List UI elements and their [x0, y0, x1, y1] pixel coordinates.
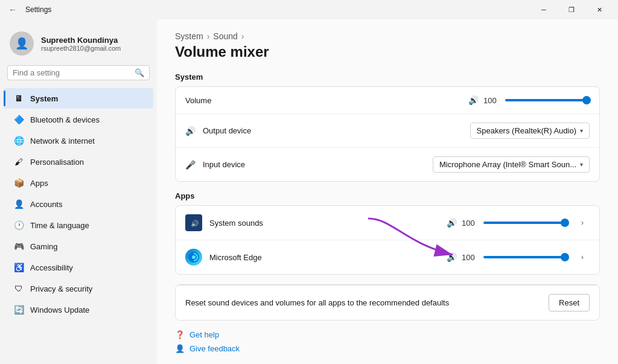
chevron-down-icon-input: ▾ [580, 161, 583, 168]
window-controls: ─ ❐ ✕ [530, 0, 613, 19]
sidebar-item-bluetooth[interactable]: 🔷Bluetooth & devices [4, 109, 153, 130]
restore-button[interactable]: ❐ [558, 0, 585, 19]
sidebar-item-label-accessibility: Accessibility [30, 263, 73, 272]
user-email: rsupreeth2810@gmail.com [41, 45, 121, 52]
time-icon: 🕐 [13, 220, 24, 231]
user-section: 👤 Supreeth Koundinya rsupreeth2810@gmail… [0, 24, 157, 65]
privacy-icon: 🛡 [13, 283, 24, 294]
apps-section-label: Apps [175, 191, 600, 200]
svg-point-3 [192, 255, 196, 259]
feedback-link[interactable]: 👤 Give feedback [175, 344, 600, 353]
volume-control[interactable]: 🔊 100 [468, 95, 590, 105]
system-sounds-row: 🔊 System sounds 🔊 100 › [176, 206, 599, 240]
breadcrumb-system[interactable]: System [175, 31, 203, 41]
input-selected: Microphone Array (Intel® Smart Soun... [439, 160, 576, 169]
volume-icon: 🔊 [468, 95, 479, 105]
output-dropdown[interactable]: Speakers (Realtek(R) Audio) ▾ [470, 123, 590, 139]
sidebar-item-gaming[interactable]: 🎮Gaming [4, 236, 153, 257]
edge-vol-icon: 🔊 [447, 252, 457, 262]
system-sounds-slider-thumb [561, 219, 569, 227]
sidebar-item-accounts[interactable]: 👤Accounts [4, 194, 153, 214]
get-help-link[interactable]: ❓ Get help [175, 330, 600, 339]
edge-slider-thumb [561, 253, 569, 261]
breadcrumb: System › Sound › [175, 31, 600, 41]
personalisation-icon: 🖌 [13, 156, 24, 167]
input-device-row: 🎤 Input device Microphone Array (Intel® … [176, 148, 599, 181]
help-icon: ❓ [175, 330, 185, 339]
edge-volume[interactable]: 🔊 100 [447, 252, 568, 262]
volume-slider-thumb [582, 96, 591, 104]
system-section-label: System [175, 72, 600, 81]
sidebar-item-label-personalisation: Personalisation [30, 158, 84, 167]
sidebar-item-label-accounts: Accounts [30, 200, 62, 209]
close-button[interactable]: ✕ [585, 0, 613, 19]
sidebar-item-label-time: Time & language [30, 221, 89, 230]
microphone-icon: 🎤 [185, 160, 196, 170]
get-help-label: Get help [190, 330, 219, 339]
system-card: Volume 🔊 100 🔊 Output device Speakers (R… [175, 86, 600, 182]
breadcrumb-sound[interactable]: Sound [213, 31, 237, 41]
sidebar-item-label-gaming: Gaming [30, 242, 58, 251]
edge-slider[interactable] [483, 256, 568, 258]
user-name: Supreeth Koundinya [41, 36, 121, 45]
footer-links: ❓ Get help 👤 Give feedback [175, 330, 600, 353]
reset-row: Reset sound devices and volumes for all … [176, 285, 599, 320]
system-icon: 🖥 [13, 93, 24, 104]
output-icon: 🔊 [185, 126, 196, 136]
volume-value: 100 [483, 96, 500, 105]
edge-row: Microsoft Edge 🔊 100 › [176, 240, 599, 274]
main-content: System › Sound › Volume mixer System Vol… [157, 19, 618, 364]
sidebar-item-label-network: Network & internet [30, 136, 95, 145]
system-sounds-volume[interactable]: 🔊 100 [447, 218, 568, 228]
minimize-button[interactable]: ─ [530, 0, 558, 19]
feedback-icon: 👤 [175, 344, 185, 353]
system-sounds-expand[interactable]: › [575, 216, 590, 230]
back-button[interactable]: ← [5, 4, 21, 16]
system-sounds-vol-value: 100 [462, 219, 479, 228]
system-sounds-vol-icon: 🔊 [447, 218, 457, 228]
titlebar: ← Settings ─ ❐ ✕ [0, 0, 618, 19]
search-icon: 🔍 [135, 68, 144, 77]
sidebar-item-apps[interactable]: 📦Apps [4, 173, 153, 193]
chevron-down-icon: ▾ [580, 127, 583, 134]
reset-button[interactable]: Reset [549, 294, 590, 311]
sidebar-item-privacy[interactable]: 🛡Privacy & security [4, 278, 153, 299]
input-dropdown[interactable]: Microphone Array (Intel® Smart Soun... ▾ [433, 156, 590, 173]
output-device-row: 🔊 Output device Speakers (Realtek(R) Aud… [176, 114, 599, 148]
system-sounds-slider[interactable] [483, 222, 568, 224]
edge-label: Microsoft Edge [209, 253, 300, 262]
sidebar-item-update[interactable]: 🔄Windows Update [4, 299, 153, 320]
sidebar-item-label-privacy: Privacy & security [30, 284, 92, 293]
app-container: 👤 Supreeth Koundinya rsupreeth2810@gmail… [0, 19, 618, 364]
edge-vol-value: 100 [462, 253, 479, 262]
bluetooth-icon: 🔷 [13, 114, 24, 125]
sidebar-item-system[interactable]: 🖥System [4, 88, 153, 109]
nav-list: 🖥System🔷Bluetooth & devices🌐Network & in… [0, 88, 157, 321]
sidebar-item-label-bluetooth: Bluetooth & devices [30, 115, 100, 124]
sidebar: 👤 Supreeth Koundinya rsupreeth2810@gmail… [0, 19, 157, 364]
search-box[interactable]: 🔍 [7, 65, 150, 80]
edge-icon [185, 249, 202, 266]
svg-text:🔊: 🔊 [191, 219, 199, 228]
gaming-icon: 🎮 [13, 241, 24, 252]
output-label: Output device [203, 126, 293, 135]
sidebar-item-time[interactable]: 🕐Time & language [4, 215, 153, 235]
volume-slider[interactable] [505, 99, 590, 101]
network-icon: 🌐 [13, 135, 24, 146]
apps-icon: 📦 [13, 177, 24, 188]
search-input[interactable] [13, 68, 131, 77]
input-label: Input device [203, 160, 293, 169]
apps-card: 🔊 System sounds 🔊 100 › [175, 205, 600, 275]
sidebar-item-accessibility[interactable]: ♿Accessibility [4, 257, 153, 278]
output-selected: Speakers (Realtek(R) Audio) [477, 126, 576, 135]
update-icon: 🔄 [13, 304, 24, 315]
sidebar-item-network[interactable]: 🌐Network & internet [4, 130, 153, 151]
edge-expand[interactable]: › [575, 250, 590, 264]
accessibility-icon: ♿ [13, 262, 24, 273]
sidebar-item-label-apps: Apps [30, 179, 48, 188]
reset-text: Reset sound devices and volumes for all … [185, 298, 541, 307]
volume-label: Volume [185, 96, 276, 105]
sidebar-item-personalisation[interactable]: 🖌Personalisation [4, 152, 153, 172]
volume-row: Volume 🔊 100 [176, 87, 599, 114]
avatar: 👤 [10, 31, 34, 56]
